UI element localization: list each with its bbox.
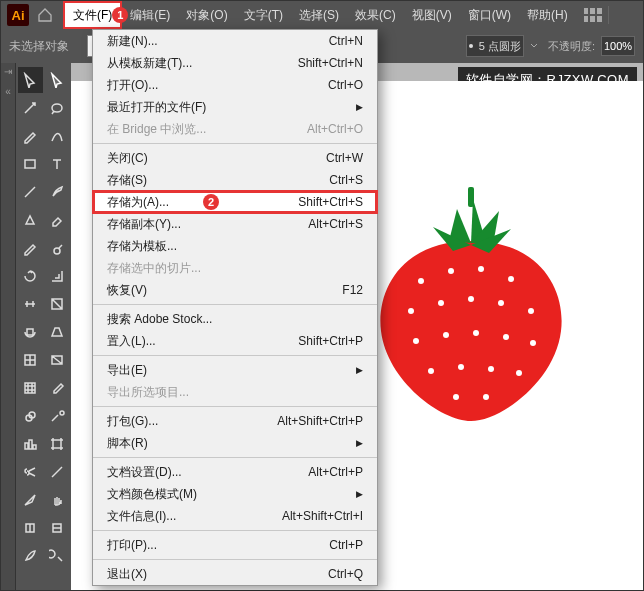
menu-item-label: 导出(E)	[107, 362, 147, 379]
selection-tool[interactable]	[18, 67, 43, 93]
menu-item-存储s[interactable]: 存储(S)Ctrl+S	[93, 169, 377, 191]
direct-selection-tool[interactable]	[45, 67, 70, 93]
type-tool[interactable]	[45, 151, 70, 177]
menu-item-置入l[interactable]: 置入(L)...Shift+Ctrl+P	[93, 330, 377, 352]
menu-item-label: 从模板新建(T)...	[107, 55, 192, 72]
svg-point-0	[418, 278, 424, 284]
lasso-tool[interactable]	[45, 95, 70, 121]
menu-文件[interactable]: 文件(F)1	[63, 1, 122, 29]
menu-item-退出x[interactable]: 退出(X)Ctrl+Q	[93, 563, 377, 585]
grid-tool[interactable]	[18, 375, 43, 401]
menu-item-shortcut: F12	[342, 283, 363, 297]
menu-item-存储为a[interactable]: 存储为(A)...Shift+Ctrl+S2	[93, 191, 377, 213]
live-paint-select-tool[interactable]	[45, 515, 70, 541]
rectangle-tool[interactable]	[18, 151, 43, 177]
column-graph-tool[interactable]	[18, 431, 43, 457]
scissors-tool[interactable]	[18, 459, 43, 485]
submenu-arrow-icon: ▶	[356, 489, 363, 499]
menu-编辑[interactable]: 编辑(E)	[122, 1, 178, 29]
submenu-arrow-icon: ▶	[356, 365, 363, 375]
pencil-tool[interactable]	[18, 235, 43, 261]
menu-item-打印p[interactable]: 打印(P)...Ctrl+P	[93, 534, 377, 556]
artboard-tool[interactable]	[45, 431, 70, 457]
menu-item-存储为模板[interactable]: 存储为模板...	[93, 235, 377, 257]
menu-item-存储选中的切片: 存储选中的切片...	[93, 257, 377, 279]
stroke-profile-dropdown[interactable]: 5 点圆形	[466, 35, 524, 57]
symbol-sprayer-tool[interactable]	[45, 403, 70, 429]
menu-帮助[interactable]: 帮助(H)	[519, 1, 576, 29]
menu-item-shortcut: Shift+Ctrl+P	[298, 334, 363, 348]
width-tool[interactable]	[18, 291, 43, 317]
menu-item-文档设置d[interactable]: 文档设置(D)...Alt+Ctrl+P	[93, 461, 377, 483]
menu-效果[interactable]: 效果(C)	[347, 1, 404, 29]
home-icon[interactable]	[37, 7, 53, 23]
svg-point-15	[458, 364, 464, 370]
artwork-strawberry	[361, 181, 581, 431]
gradient-tool[interactable]	[45, 347, 70, 373]
menu-窗口[interactable]: 窗口(W)	[460, 1, 519, 29]
menu-item-打开o[interactable]: 打开(O)...Ctrl+O	[93, 74, 377, 96]
submenu-arrow-icon: ▶	[356, 438, 363, 448]
shaper-tool[interactable]	[18, 207, 43, 233]
menu-item-搜索 adobe stock[interactable]: 搜索 Adobe Stock...	[93, 308, 377, 330]
blend-tool[interactable]	[18, 403, 43, 429]
menu-item-label: 存储(S)	[107, 172, 147, 189]
menu-item-最近打开的文件f[interactable]: 最近打开的文件(F)▶	[93, 96, 377, 118]
mesh-tool[interactable]	[18, 347, 43, 373]
menu-item-新建n[interactable]: 新建(N)...Ctrl+N	[93, 30, 377, 52]
hand-tool[interactable]	[45, 487, 70, 513]
opacity-value[interactable]: 100%	[601, 36, 635, 56]
menu-对象[interactable]: 对象(O)	[178, 1, 235, 29]
scale-tool[interactable]	[45, 263, 70, 289]
menu-item-关闭c[interactable]: 关闭(C)Ctrl+W	[93, 147, 377, 169]
menu-item-文件信息i[interactable]: 文件信息(I)...Alt+Shift+Ctrl+I	[93, 505, 377, 527]
menu-文字[interactable]: 文字(T)	[236, 1, 291, 29]
knife-tool[interactable]	[45, 459, 70, 485]
pen-tool[interactable]	[18, 123, 43, 149]
menu-item-导出e[interactable]: 导出(E)▶	[93, 359, 377, 381]
free-transform-tool[interactable]	[45, 291, 70, 317]
eraser-tool[interactable]	[45, 207, 70, 233]
svg-point-10	[443, 332, 449, 338]
magic-wand-tool[interactable]	[18, 95, 43, 121]
app-logo: Ai	[7, 4, 29, 26]
line-tool[interactable]	[18, 179, 43, 205]
menu-视图[interactable]: 视图(V)	[404, 1, 460, 29]
menu-选择[interactable]: 选择(S)	[291, 1, 347, 29]
toolbar-collapse-strip[interactable]: ⇥«	[1, 63, 16, 590]
menu-item-label: 存储副本(Y)...	[107, 216, 181, 233]
feather-tool[interactable]	[18, 543, 43, 569]
selection-status: 未选择对象	[9, 38, 69, 55]
svg-point-11	[473, 330, 479, 336]
menu-item-label: 搜索 Adobe Stock...	[107, 311, 212, 328]
menu-item-label: 打开(O)...	[107, 77, 158, 94]
curvature-tool[interactable]	[45, 123, 70, 149]
blob-brush-tool[interactable]	[45, 235, 70, 261]
rotate-tool[interactable]	[18, 263, 43, 289]
workspace-switcher-icon[interactable]	[584, 8, 602, 22]
slice-tool[interactable]	[18, 487, 43, 513]
menu-item-label: 存储为(A)...	[107, 194, 169, 211]
live-paint-tool[interactable]	[18, 515, 43, 541]
svg-point-17	[516, 370, 522, 376]
app-window: Ai 文件(F)1编辑(E)对象(O)文字(T)选择(S)效果(C)视图(V)窗…	[0, 0, 644, 591]
svg-rect-20	[468, 187, 474, 207]
toolbar-panel: ⇥«	[1, 63, 71, 590]
menu-item-label: 存储为模板...	[107, 238, 177, 255]
zoom-tool[interactable]	[45, 543, 70, 569]
menu-item-存储副本y[interactable]: 存储副本(Y)...Alt+Ctrl+S	[93, 213, 377, 235]
menubar-separator	[608, 6, 609, 24]
callout-badge-2: 2	[203, 194, 219, 210]
menu-item-shortcut: Ctrl+Q	[328, 567, 363, 581]
menu-item-文档颜色模式m[interactable]: 文档颜色模式(M)▶	[93, 483, 377, 505]
paintbrush-tool[interactable]	[45, 179, 70, 205]
menu-item-从模板新建t[interactable]: 从模板新建(T)...Shift+Ctrl+N	[93, 52, 377, 74]
menu-item-脚本r[interactable]: 脚本(R)▶	[93, 432, 377, 454]
perspective-tool[interactable]	[45, 319, 70, 345]
shape-builder-tool[interactable]	[18, 319, 43, 345]
menu-item-恢复v[interactable]: 恢复(V)F12	[93, 279, 377, 301]
eyedropper-tool[interactable]	[45, 375, 70, 401]
menu-item-打包g[interactable]: 打包(G)...Alt+Shift+Ctrl+P	[93, 410, 377, 432]
svg-point-2	[478, 266, 484, 272]
svg-point-9	[413, 338, 419, 344]
